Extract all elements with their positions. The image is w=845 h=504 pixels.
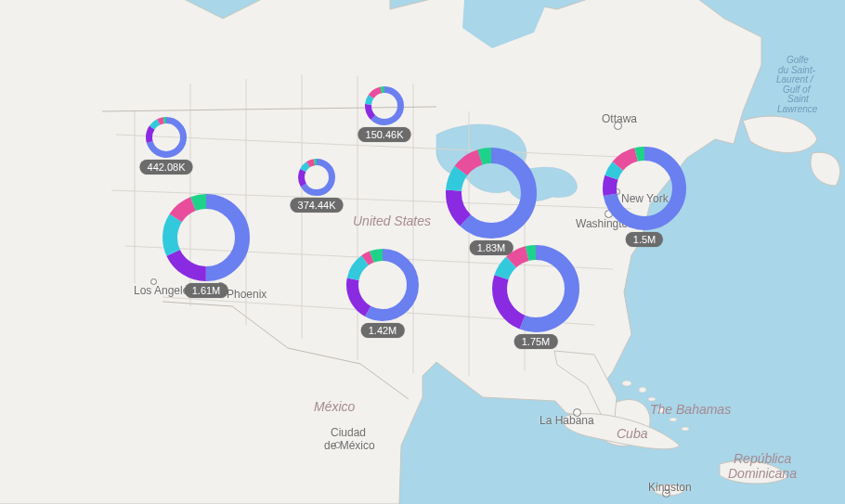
donut-chart[interactable] (298, 159, 335, 196)
donut-chart[interactable] (346, 249, 419, 321)
donut-chart[interactable] (446, 148, 537, 239)
svg-point-2 (622, 381, 631, 386)
city-dot (334, 442, 341, 448)
svg-point-5 (657, 407, 665, 413)
sea-label: Golfe (786, 55, 809, 65)
donut-chart[interactable] (492, 245, 579, 332)
svg-point-3 (639, 387, 646, 393)
city-dot (573, 408, 581, 417)
sea-label: Laurent / (776, 74, 812, 84)
city-dot (150, 278, 157, 285)
donut-chart[interactable] (603, 147, 686, 230)
donut-chart[interactable] (162, 194, 250, 281)
city-dot (217, 282, 224, 289)
svg-point-6 (670, 418, 677, 421)
donut-chart[interactable] (365, 86, 404, 125)
svg-point-7 (682, 427, 689, 431)
donut-chart[interactable] (146, 117, 187, 158)
sea-label: Saint (787, 94, 809, 104)
city-dot (614, 122, 622, 130)
base-map (0, 0, 845, 504)
sea-label: Lawrence (777, 104, 817, 114)
city-dot (662, 489, 670, 498)
svg-point-4 (648, 397, 656, 401)
map-frame[interactable]: United StatesMéxicoCubaThe BahamasRepúbl… (0, 0, 845, 504)
